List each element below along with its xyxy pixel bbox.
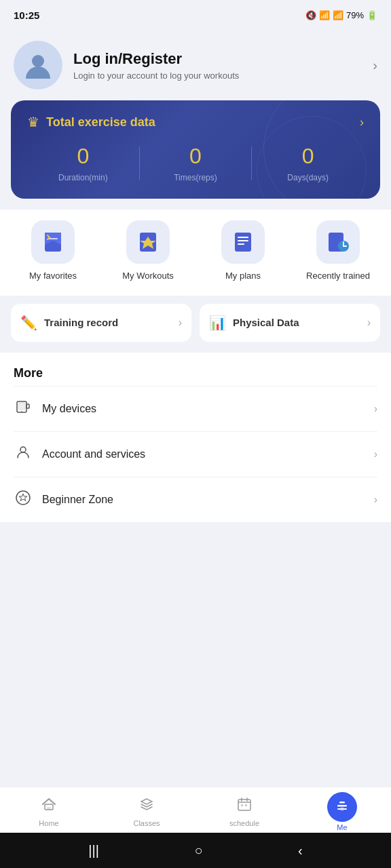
stat-times: 0 Times(reps)	[140, 144, 252, 182]
card-title: Total exercise data	[46, 115, 155, 130]
svg-point-14	[20, 447, 26, 452]
stat-duration-label: Duration(min)	[58, 173, 108, 182]
svg-rect-18	[238, 800, 250, 810]
nav-schedule[interactable]: schedule	[196, 796, 293, 827]
devices-label: My devices	[42, 403, 96, 415]
recent-apps-button[interactable]: |||	[88, 843, 99, 859]
svg-rect-6	[238, 240, 248, 241]
svg-rect-22	[337, 805, 347, 807]
more-item-beginner-left: Beginner Zone	[14, 490, 113, 510]
stat-days-value: 0	[302, 144, 314, 169]
beginner-chevron-icon: ›	[374, 494, 377, 506]
quick-workouts[interactable]: My Workouts	[100, 220, 196, 282]
plans-icon	[232, 231, 254, 253]
svg-rect-19	[241, 804, 243, 806]
svg-point-0	[32, 55, 44, 67]
signal-icon: 📶	[333, 10, 343, 20]
svg-point-12	[21, 411, 22, 412]
account-icon	[14, 444, 33, 465]
classes-icon	[138, 796, 155, 816]
back-button[interactable]: ‹	[298, 843, 303, 859]
me-icon	[335, 800, 350, 814]
chart-icon: 📊	[209, 315, 226, 331]
login-left: Log in/Register Login to your account to…	[14, 41, 239, 90]
more-title: More	[14, 353, 377, 386]
beginner-label: Beginner Zone	[42, 494, 113, 506]
main-content: Log in/Register Login to your account to…	[0, 27, 391, 787]
more-item-devices[interactable]: My devices ›	[14, 386, 377, 431]
svg-rect-5	[238, 237, 248, 238]
quick-access-grid: My favorites My Workouts My	[0, 210, 391, 296]
nav-me[interactable]: Me	[293, 792, 391, 831]
quick-recent[interactable]: Recently trained	[291, 220, 386, 282]
status-bar: 10:25 🔇 📶 📶 79% 🔋	[0, 0, 391, 27]
account-label: Account and services	[42, 448, 145, 460]
more-section: More My devices ›	[0, 353, 391, 522]
nav-classes[interactable]: Classes	[98, 796, 196, 827]
stats-row: 0 Duration(min) 0 Times(reps) 0 Days(day…	[27, 144, 364, 182]
stat-times-value: 0	[189, 144, 202, 169]
login-subtitle: Login to your account to log your workou…	[73, 71, 239, 81]
svg-rect-17	[47, 807, 51, 810]
login-chevron-icon: ›	[373, 58, 377, 73]
stat-days-label: Days(days)	[287, 173, 329, 182]
me-circle	[327, 792, 357, 822]
svg-rect-20	[245, 804, 247, 806]
person-icon	[23, 50, 53, 80]
plans-label: My plans	[225, 271, 261, 282]
physical-data-button[interactable]: 📊 Physical Data ›	[200, 304, 380, 342]
more-item-devices-left: My devices	[14, 399, 96, 419]
quick-favorites[interactable]: My favorites	[5, 220, 100, 282]
home-icon	[41, 796, 57, 816]
wifi-icon: 📶	[319, 10, 330, 20]
system-nav: ||| ○ ‹	[0, 833, 391, 868]
nav-home[interactable]: Home	[0, 796, 98, 827]
devices-chevron-icon: ›	[374, 403, 377, 415]
svg-rect-4	[235, 233, 251, 252]
svg-point-24	[340, 807, 344, 811]
training-record-left: ✏️ Training record	[20, 315, 118, 331]
card-header: ♛ Total exercise data ›	[27, 114, 364, 130]
account-chevron-icon: ›	[374, 448, 377, 460]
stat-days: 0 Days(days)	[252, 144, 364, 182]
physical-data-label: Physical Data	[233, 317, 299, 328]
card-title-row: ♛ Total exercise data	[27, 114, 155, 130]
more-item-account[interactable]: Account and services ›	[14, 431, 377, 477]
workouts-icon-bg	[126, 220, 170, 264]
schedule-icon	[236, 796, 253, 816]
home-button[interactable]: ○	[194, 843, 202, 859]
favorites-label: My favorites	[29, 271, 77, 282]
stat-times-label: Times(reps)	[174, 173, 217, 182]
favorites-icon-bg	[31, 220, 75, 264]
more-item-account-left: Account and services	[14, 444, 145, 465]
me-label: Me	[337, 823, 347, 831]
stat-duration: 0 Duration(min)	[27, 144, 139, 182]
battery-text: 79%	[346, 10, 364, 20]
svg-rect-21	[339, 802, 345, 804]
login-section[interactable]: Log in/Register Login to your account to…	[0, 27, 391, 100]
plans-icon-bg	[221, 220, 265, 264]
workout-icon	[137, 231, 159, 253]
mute-icon: 🔇	[305, 10, 316, 20]
data-row: ✏️ Training record › 📊 Physical Data ›	[11, 304, 380, 342]
svg-rect-13	[26, 404, 29, 408]
card-chevron-icon: ›	[360, 115, 364, 130]
battery-icon: 🔋	[367, 10, 377, 20]
status-time: 10:25	[14, 9, 39, 21]
avatar	[14, 41, 62, 90]
recent-label: Recently trained	[306, 271, 370, 282]
classes-label: Classes	[133, 819, 160, 827]
pencil-icon: ✏️	[20, 315, 37, 331]
bottom-nav: Home Classes schedule	[0, 787, 391, 833]
training-record-chevron-icon: ›	[179, 317, 182, 329]
svg-rect-7	[238, 243, 244, 245]
workouts-label: My Workouts	[122, 271, 174, 282]
training-record-button[interactable]: ✏️ Training record ›	[11, 304, 191, 342]
quick-plans[interactable]: My plans	[196, 220, 291, 282]
training-record-label: Training record	[44, 317, 118, 328]
physical-data-chevron-icon: ›	[367, 317, 371, 329]
recent-icon-bg	[316, 220, 360, 264]
crown-icon: ♛	[27, 114, 39, 130]
exercise-card[interactable]: ♛ Total exercise data › 0 Duration(min) …	[11, 100, 380, 199]
more-item-beginner[interactable]: Beginner Zone ›	[14, 477, 377, 522]
